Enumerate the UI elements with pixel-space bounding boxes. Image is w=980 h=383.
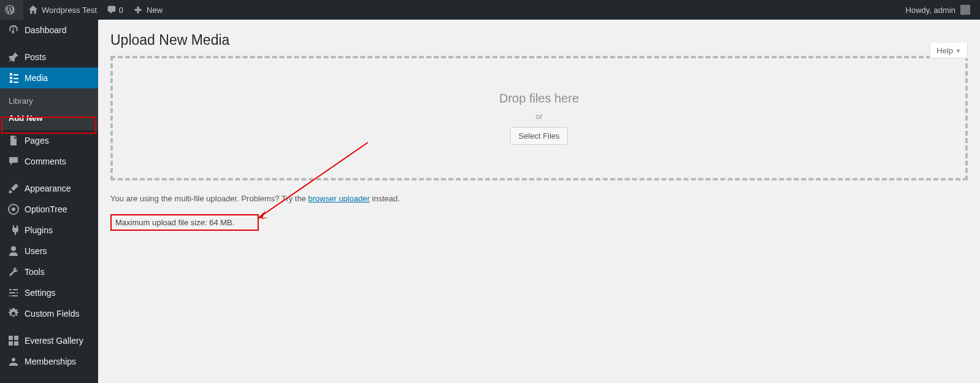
media-icon [7,72,20,84]
grid-icon [7,335,20,347]
site-name-label: Wordpress Test [42,6,97,15]
menu-everest-gallery[interactable]: Everest Gallery [0,330,98,351]
upload-dropzone[interactable]: Drop files here or Select Files [110,56,968,180]
uploader-info-text: You are using the multi-file uploader. P… [110,194,968,203]
wrench-icon [7,266,20,278]
menu-label: Pages [25,136,49,145]
gear-icon [7,308,20,320]
menu-appearance[interactable]: Appearance [0,178,98,199]
site-name-link[interactable]: Wordpress Test [23,0,102,20]
menu-optiontree[interactable]: OptionTree [0,199,98,220]
new-content-link[interactable]: New [128,0,167,20]
menu-label: Posts [25,52,46,62]
plus-icon [133,5,143,15]
menu-tools[interactable]: Tools [0,261,98,282]
browser-uploader-link[interactable]: browser uploader [308,194,370,203]
avatar-icon [960,5,970,15]
menu-label: Dashboard [25,25,67,35]
new-content-label: New [147,6,163,15]
help-label: Help [936,46,953,55]
info-text-post: instead. [370,194,400,203]
menu-label: Comments [25,157,66,166]
menu-dashboard[interactable]: Dashboard [0,20,98,41]
info-text-pre: You are using the multi-file uploader. P… [110,194,308,203]
or-text: or [535,112,543,121]
user-icon [7,245,20,257]
help-tab[interactable]: Help ▼ [930,43,968,58]
menu-label: OptionTree [25,204,67,214]
chevron-down-icon: ▼ [955,48,961,54]
plug-icon [7,224,20,236]
user-account-link[interactable]: Howdy, admin [901,0,975,20]
optiontree-icon [7,203,20,215]
username-text: admin [934,6,955,15]
pin-icon [7,51,20,63]
menu-label: Everest Gallery [25,336,83,346]
wordpress-logo-icon [5,5,15,15]
drop-files-text: Drop files here [499,91,579,106]
submenu-media-library[interactable]: Library [0,92,98,109]
home-icon [28,5,38,15]
submenu-media-add-new[interactable]: Add New [0,109,98,126]
menu-memberships[interactable]: Memberships [0,351,98,372]
menu-label: Settings [25,288,56,298]
submenu-label: Add New [9,114,43,123]
brush-icon [7,182,20,195]
menu-label: Tools [25,267,45,277]
menu-plugins[interactable]: Plugins [0,220,98,241]
menu-label: Media [25,73,48,83]
comments-link[interactable]: 0 [102,0,128,20]
menu-pages[interactable]: Pages [0,130,98,151]
page-title: Upload New Media [110,20,968,56]
menu-users[interactable]: Users [0,241,98,261]
menu-comments[interactable]: Comments [0,151,98,172]
sliders-icon [7,287,20,299]
menu-label: Custom Fields [25,309,79,319]
submenu-label: Library [9,96,33,106]
menu-label: Appearance [25,184,71,193]
menu-label: Memberships [25,357,76,366]
menu-settings[interactable]: Settings [0,282,98,303]
select-files-button[interactable]: Select Files [510,127,567,145]
menu-posts[interactable]: Posts [0,47,98,68]
menu-custom-fields[interactable]: Custom Fields [0,303,98,324]
dashboard-icon [7,24,20,36]
comments-icon [7,155,20,168]
menu-label: Users [25,246,47,256]
max-upload-size-text: Maximum upload file size: 64 MB. [110,214,259,231]
greeting-text: Howdy, [906,6,932,15]
wp-logo-menu[interactable] [0,0,23,20]
menu-media[interactable]: Media [0,68,98,88]
menu-label: Plugins [25,225,53,235]
comment-bubble-icon [107,5,117,15]
page-icon [7,134,20,147]
comments-count: 0 [119,6,123,15]
svg-point-1 [12,207,15,211]
memberships-icon [7,355,20,368]
submenu-media: Library Add New [0,88,98,130]
